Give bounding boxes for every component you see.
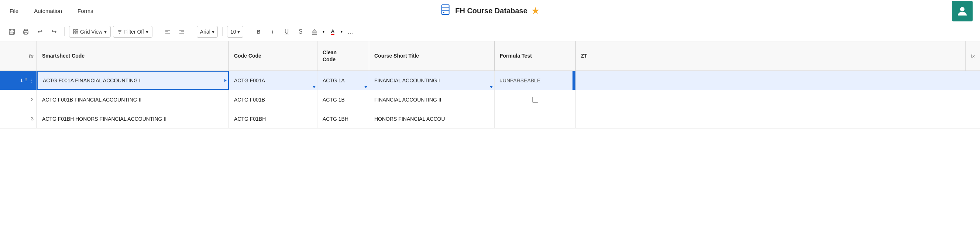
bold-button[interactable]: B [253, 26, 264, 38]
grid-header: fx Smartsheet Code Code Code CleanCode C… [0, 41, 980, 71]
filter-dropdown[interactable]: Filter Off ▾ [113, 26, 152, 38]
col-label-clean-code: CleanCode [323, 49, 337, 62]
svg-rect-25 [312, 33, 317, 35]
row-num-label-3: 3 [31, 116, 33, 121]
row-drag-handle-1[interactable]: ⠿ [24, 78, 27, 83]
fx-label: fx [29, 53, 33, 59]
user-button[interactable] [952, 1, 973, 21]
font-select[interactable]: Arial ▾ [197, 26, 218, 38]
cell-3-smartsheet-code[interactable]: ACTG F01BH HONORS FINANCIAL ACCOUNTING I… [37, 109, 229, 128]
grid-view-arrow: ▾ [104, 29, 107, 35]
cell-2-code-code[interactable]: ACTG F001B [229, 90, 317, 109]
row-num-1: 1 ⠿ ⋮ [0, 71, 37, 90]
cell-3-clean-code[interactable]: ACTG 1BH [317, 109, 369, 128]
cell-1-clean-code[interactable]: ACTG 1A [317, 71, 369, 90]
fill-color-arrow[interactable]: ▾ [323, 30, 325, 33]
cell-2-course-short-title[interactable]: FINANCIAL ACCOUNTING II [369, 90, 495, 109]
cell-1-smartsheet-code[interactable]: ACTG F001A FINANCIAL ACCOUNTING I [37, 71, 229, 90]
cell-value: ACTG F01BH HONORS FINANCIAL ACCOUNTING I… [42, 116, 167, 122]
cell-1-course-short-title[interactable]: FINANCIAL ACCOUNTING I [369, 71, 495, 90]
size-select[interactable]: 10 ▾ [227, 26, 243, 38]
font-label: Arial [200, 29, 210, 35]
col-header-formula-test[interactable]: Formula Test [495, 41, 576, 70]
app-icon [441, 4, 452, 18]
strikethrough-button[interactable]: S [294, 26, 306, 38]
expand-arrow-down [313, 86, 316, 88]
col-header-course-short-title[interactable]: Course Short Title [369, 41, 495, 70]
cell-value: ACTG F001B FINANCIAL ACCOUNTING II [42, 97, 142, 103]
cell-2-formula-test[interactable] [495, 90, 576, 109]
redo-button[interactable]: ↪ [48, 26, 60, 38]
cell-value: ACTG F001A FINANCIAL ACCOUNTING I [43, 78, 141, 83]
cell-1-z[interactable] [576, 71, 605, 90]
text-color-arrow[interactable]: ▾ [341, 30, 342, 33]
favorite-star[interactable]: ★ [531, 5, 539, 17]
svg-rect-3 [442, 12, 444, 13]
col-header-code-code[interactable]: Code Code [229, 41, 317, 70]
menu-automation[interactable]: Automation [32, 6, 64, 16]
svg-rect-13 [73, 32, 75, 34]
row-menu-1[interactable]: ⋮ [29, 78, 33, 83]
divider-1 [64, 27, 65, 36]
row-num-header: fx [0, 41, 37, 70]
align-left-button[interactable] [162, 26, 173, 38]
cell-3-code-code[interactable]: ACTG F01BH [229, 109, 317, 128]
cell-3-formula-test[interactable] [495, 109, 576, 128]
app-title-area: FH Course Database ★ [441, 4, 539, 18]
fill-color-button[interactable] [309, 26, 320, 38]
cell-value: FINANCIAL ACCOUNTING II [374, 97, 441, 103]
menu-forms[interactable]: Forms [75, 6, 95, 16]
size-arrow: ▾ [237, 29, 240, 35]
col-resize-1[interactable] [573, 71, 576, 90]
grid-view-dropdown[interactable]: Grid View ▾ [69, 26, 111, 38]
grid-wrapper: fx Smartsheet Code Code Code CleanCode C… [0, 41, 980, 129]
col-label-course-short-title: Course Short Title [374, 52, 419, 59]
underline-button[interactable]: U [280, 26, 292, 38]
filter-label: Filter Off [124, 29, 143, 35]
cell-value: FINANCIAL ACCOUNTING I [374, 78, 440, 83]
save-button[interactable] [6, 26, 18, 38]
text-color-button[interactable]: A [327, 26, 339, 38]
col-label-z: ZT [581, 52, 587, 59]
cell-value: HONORS FINANCIAL ACCOU [374, 116, 445, 122]
row-num-2: 2 [0, 90, 37, 109]
cell-2-z[interactable] [576, 90, 605, 109]
top-bar: File Automation Forms FH Course Database… [0, 0, 980, 22]
size-label: 10 [230, 29, 236, 35]
undo-button[interactable]: ↩ [34, 26, 46, 38]
table-row[interactable]: 2 ACTG F001B FINANCIAL ACCOUNTING II ACT… [0, 90, 980, 109]
cell-2-smartsheet-code[interactable]: ACTG F001B FINANCIAL ACCOUNTING II [37, 90, 229, 109]
italic-button[interactable]: I [267, 26, 278, 38]
cell-value: ACTG F01BH [234, 116, 266, 122]
cell-1-formula-test[interactable]: #UNPARSEABLE [495, 71, 576, 90]
col-header-z[interactable]: ZT [576, 41, 605, 70]
col-header-clean-code[interactable]: CleanCode [317, 41, 369, 70]
col-label-formula-test: Formula Test [500, 52, 532, 59]
cell-3-z[interactable] [576, 109, 605, 128]
cell-value: ACTG F001A [234, 78, 265, 83]
col-label-code-code: Code Code [234, 52, 261, 59]
more-button[interactable]: ... [345, 26, 356, 38]
print-button[interactable] [20, 26, 32, 38]
divider-2 [157, 27, 157, 36]
toolbar: ↩ ↪ Grid View ▾ Filter Off ▾ Arial ▾ 10 … [0, 22, 980, 41]
divider-5 [248, 27, 248, 36]
align-right-button[interactable] [176, 26, 188, 38]
cell-1-code-code[interactable]: ACTG F001A [229, 71, 317, 90]
svg-rect-14 [76, 32, 78, 34]
row-num-label-2: 2 [31, 97, 33, 102]
col-header-smartsheet-code[interactable]: Smartsheet Code [37, 41, 229, 70]
col-label-smartsheet-code: Smartsheet Code [42, 52, 84, 59]
cell-2-clean-code[interactable]: ACTG 1B [317, 90, 369, 109]
checkbox-2[interactable] [532, 97, 538, 103]
table-row[interactable]: 3 ACTG F01BH HONORS FINANCIAL ACCOUNTING… [0, 109, 980, 129]
cell-value: ACTG 1BH [323, 116, 348, 122]
menu-bar: File Automation Forms [7, 6, 95, 16]
cell-value: ACTG 1B [323, 97, 345, 103]
grid-view-label: Grid View [80, 29, 102, 35]
formula-bar-right: fx [965, 41, 980, 70]
fx-label-right: fx [971, 53, 975, 59]
menu-file[interactable]: File [7, 6, 21, 16]
table-row[interactable]: 1 ⠿ ⋮ ACTG F001A FINANCIAL ACCOUNTING I … [0, 71, 980, 90]
cell-3-course-short-title[interactable]: HONORS FINANCIAL ACCOU [369, 109, 495, 128]
